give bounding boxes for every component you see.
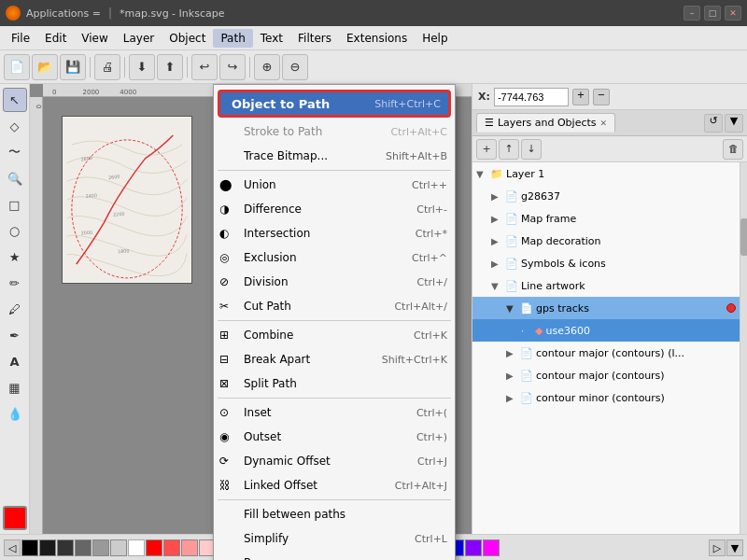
dynamic-offset-icon: ⟳ (219, 455, 229, 468)
trace-shortcut: Shift+Alt+B (386, 150, 447, 162)
cut-shortcut: Ctrl+Alt+/ (394, 301, 447, 313)
otp-shortcut: Shift+Ctrl+C (374, 98, 441, 110)
difference-label: Difference (244, 203, 302, 216)
exclusion-shortcut: Ctrl+^ (412, 252, 447, 264)
break-shortcut: Shift+Ctrl+K (382, 354, 447, 366)
stroke-to-path-label: Stroke to Path (244, 125, 322, 138)
sep-3 (218, 398, 451, 399)
exclusion-label: Exclusion (244, 251, 297, 264)
inset-label: Inset (244, 406, 271, 419)
outset-label: Outset (244, 430, 281, 443)
union-icon: ⬤ (219, 178, 232, 191)
combine-label: Combine (244, 329, 293, 342)
division-label: Division (244, 275, 289, 288)
linked-offset-entry[interactable]: ⛓ Linked Offset Ctrl+Alt+J (214, 473, 455, 497)
combine-icon: ⊞ (219, 329, 229, 342)
exclusion-entry[interactable]: ◎ Exclusion Ctrl+^ (214, 245, 455, 270)
outset-icon: ◉ (219, 430, 229, 443)
inset-shortcut: Ctrl+( (416, 407, 447, 419)
simplify-label: Simplify (244, 532, 289, 545)
exclusion-icon: ◎ (219, 251, 229, 264)
union-shortcut: Ctrl++ (412, 179, 447, 191)
linked-offset-icon: ⛓ (219, 479, 231, 492)
inset-entry[interactable]: ⊙ Inset Ctrl+( (214, 400, 455, 425)
simplify-shortcut: Ctrl+L (415, 533, 447, 545)
difference-icon: ◑ (219, 203, 229, 216)
intersection-entry[interactable]: ◐ Intersection Ctrl+* (214, 221, 455, 245)
trace-bitmap-entry[interactable]: Trace Bitmap... Shift+Alt+B (214, 144, 455, 168)
simplify-entry[interactable]: Simplify Ctrl+L (214, 526, 455, 551)
division-shortcut: Ctrl+/ (417, 276, 448, 288)
intersection-icon: ◐ (219, 227, 229, 240)
path-menu: Object to Path Shift+Ctrl+C Stroke to Pa… (213, 84, 456, 560)
union-entry[interactable]: ⬤ Union Ctrl++ (214, 173, 455, 197)
stroke-to-path-entry[interactable]: Stroke to Path Shift+Ctrl+C Ctrl+Alt+C (214, 119, 455, 144)
combine-shortcut: Ctrl+K (414, 329, 447, 342)
sep-1 (218, 170, 451, 171)
intersection-label: Intersection (244, 227, 310, 240)
reverse-entry[interactable]: Reverse (214, 551, 455, 560)
trace-bitmap-label: Trace Bitmap... (244, 149, 328, 162)
fill-between-entry[interactable]: Fill between paths (214, 502, 455, 526)
cut-path-label: Cut Path (244, 300, 291, 313)
sep-2 (218, 320, 451, 321)
dynamic-offset-label: Dynamic Offset (244, 455, 331, 468)
split-path-icon: ⊠ (219, 377, 229, 390)
dropdown-overlay[interactable]: Object to Path Shift+Ctrl+C Stroke to Pa… (0, 0, 747, 560)
division-entry[interactable]: ⊘ Division Ctrl+/ (214, 270, 455, 294)
object-to-path-entry[interactable]: Object to Path Shift+Ctrl+C (218, 90, 451, 118)
reverse-label: Reverse (244, 556, 289, 560)
difference-shortcut: Ctrl+- (416, 203, 447, 216)
cut-path-icon: ✂ (219, 300, 229, 313)
split-path-entry[interactable]: ⊠ Split Path (214, 371, 455, 396)
object-to-path-label: Object to Path (232, 97, 330, 111)
combine-entry[interactable]: ⊞ Combine Ctrl+K (214, 323, 455, 347)
break-apart-label: Break Apart (244, 353, 310, 366)
stroke-shortcut-real: Ctrl+Alt+C (390, 126, 447, 138)
fill-between-label: Fill between paths (244, 508, 345, 521)
inset-icon: ⊙ (219, 406, 229, 419)
break-apart-entry[interactable]: ⊟ Break Apart Shift+Ctrl+K (214, 347, 455, 371)
division-icon: ⊘ (219, 275, 229, 288)
linked-shortcut: Ctrl+Alt+J (395, 480, 447, 492)
cut-path-entry[interactable]: ✂ Cut Path Ctrl+Alt+/ (214, 294, 455, 318)
break-apart-icon: ⊟ (219, 353, 229, 366)
intersection-shortcut: Ctrl+* (416, 228, 447, 240)
outset-shortcut: Ctrl+) (416, 431, 447, 443)
outset-entry[interactable]: ◉ Outset Ctrl+) (214, 425, 455, 449)
dynamic-offset-entry[interactable]: ⟳ Dynamic Offset Ctrl+J (214, 449, 455, 473)
difference-entry[interactable]: ◑ Difference Ctrl+- (214, 197, 455, 221)
sep-4 (218, 499, 451, 500)
union-label: Union (244, 178, 276, 191)
linked-offset-label: Linked Offset (244, 479, 317, 492)
dynamic-shortcut: Ctrl+J (417, 455, 447, 468)
split-path-label: Split Path (244, 377, 297, 390)
